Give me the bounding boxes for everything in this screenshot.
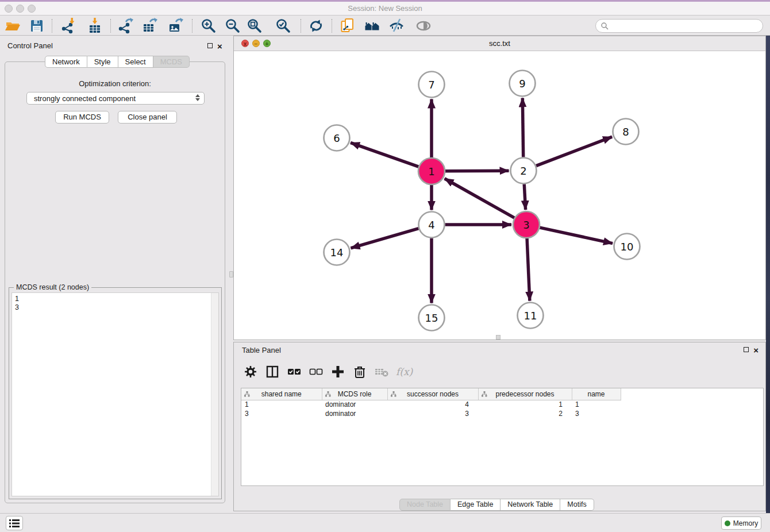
edge-3-1[interactable]	[445, 179, 514, 218]
node-label-3: 3	[523, 219, 529, 231]
tab-select[interactable]: Select	[118, 56, 153, 68]
node-label-15: 15	[425, 312, 438, 324]
tab-edge-table[interactable]: Edge Table	[451, 499, 500, 511]
column-label: predecessor nodes	[495, 390, 554, 398]
toolbar-separator	[110, 19, 111, 33]
deselect-all-icon[interactable]	[309, 364, 324, 379]
control-panel: Control Panel × NetworkStyleSelectMCDS O…	[0, 36, 230, 508]
edge-2-9[interactable]	[522, 98, 523, 157]
export-network-icon[interactable]	[117, 17, 134, 34]
column-header-predecessor-nodes[interactable]: predecessor nodes	[478, 388, 572, 400]
edge-2-8[interactable]	[536, 137, 612, 166]
zoom-in-icon[interactable]	[200, 17, 217, 34]
edge-2-3[interactable]	[524, 184, 525, 210]
run-mcds-button[interactable]: Run MCDS	[55, 111, 109, 124]
edge-1-2[interactable]	[445, 171, 509, 171]
mcds-result-list[interactable]: 13	[11, 292, 219, 496]
clone-network-icon[interactable]	[339, 17, 356, 34]
search-field[interactable]	[595, 19, 763, 33]
app-titlebar: Session: New Session	[0, 0, 770, 16]
criterion-select[interactable]: strongly connected component	[26, 92, 205, 105]
delete-table-icon[interactable]	[374, 364, 389, 379]
node-label-2: 2	[520, 165, 526, 177]
table-cell[interactable]: dominator	[322, 409, 387, 418]
table-panel: Table Panel × f(x) shared nameMCDS roles…	[233, 342, 766, 511]
import-network-icon[interactable]	[60, 17, 77, 34]
function-builder-icon[interactable]: f(x)	[396, 364, 413, 379]
splitter-grip[interactable]	[229, 271, 233, 277]
show-columns-icon[interactable]	[265, 364, 280, 379]
table-row: 1dominator411	[241, 400, 621, 409]
table-settings-gear-icon[interactable]	[243, 364, 258, 379]
table-cell[interactable]: 3	[572, 409, 621, 418]
table-cell[interactable]: 1	[241, 400, 322, 409]
node-label-10: 10	[621, 241, 634, 253]
table-toolbar: f(x)	[243, 362, 413, 381]
tab-network-table[interactable]: Network Table	[500, 499, 560, 511]
first-neighbors-icon[interactable]	[364, 17, 381, 34]
node-label-9: 9	[519, 78, 525, 90]
save-session-icon[interactable]	[28, 17, 45, 34]
select-stepper-icon	[195, 94, 200, 101]
export-table-icon[interactable]	[141, 17, 159, 34]
column-label: shared name	[261, 390, 302, 398]
close-panel-button[interactable]: Close panel	[118, 111, 177, 124]
tab-motifs[interactable]: Motifs	[560, 499, 594, 511]
export-image-icon[interactable]	[167, 17, 184, 34]
node-label-7: 7	[428, 79, 434, 91]
node-label-6: 6	[333, 132, 340, 144]
column-header-MCDS-role[interactable]: MCDS role	[322, 388, 387, 400]
column-header-name[interactable]: name	[572, 388, 621, 400]
result-scrollbar[interactable]	[211, 293, 218, 496]
network-window-title: scc.txt	[234, 39, 765, 48]
table-cell[interactable]: 1	[572, 400, 621, 409]
select-all-icon[interactable]	[287, 364, 302, 379]
control-panel-float-icon[interactable]	[207, 43, 213, 48]
table-panel-float-icon[interactable]	[744, 347, 749, 352]
table-cell[interactable]: 4	[387, 400, 478, 409]
delete-column-trash-icon[interactable]	[352, 364, 367, 379]
memory-button[interactable]: Memory	[721, 516, 761, 530]
table-cell[interactable]: 1	[478, 400, 572, 409]
search-input[interactable]	[609, 20, 763, 32]
mcds-tab-content: Optimization criterion: strongly connect…	[5, 61, 225, 503]
column-attribute-icon	[482, 391, 487, 397]
tab-node-table[interactable]: Node Table	[399, 499, 451, 511]
tab-network[interactable]: Network	[45, 56, 87, 68]
edge-3-11[interactable]	[527, 238, 530, 301]
show-details-icon[interactable]	[415, 17, 432, 34]
control-panel-title: Control Panel	[7, 41, 53, 50]
column-header-successor-nodes[interactable]: successor nodes	[387, 388, 478, 400]
control-panel-close-icon[interactable]: ×	[217, 43, 222, 50]
criterion-select-value: strongly connected component	[34, 94, 136, 103]
network-canvas[interactable]: 7968124314101511	[234, 51, 765, 340]
node-table[interactable]: shared nameMCDS rolesuccessor nodesprede…	[241, 388, 764, 486]
refresh-layout-icon[interactable]	[307, 17, 325, 34]
table-cell[interactable]: 3	[387, 409, 478, 418]
table-cell[interactable]: 2	[478, 409, 572, 418]
create-column-plus-icon[interactable]	[330, 364, 345, 379]
table-panel-close-icon[interactable]: ×	[753, 347, 759, 354]
tab-mcds[interactable]: MCDS	[153, 56, 190, 68]
edge-4-14[interactable]	[351, 229, 418, 248]
column-attribute-icon	[244, 391, 250, 397]
toolbar-separator	[52, 19, 52, 33]
table-cell[interactable]: 3	[241, 409, 322, 418]
canvas-grip[interactable]	[496, 335, 500, 340]
zoom-out-icon[interactable]	[224, 17, 241, 34]
zoom-fit-icon[interactable]	[246, 17, 263, 34]
hide-details-icon[interactable]	[388, 17, 405, 34]
table-cell[interactable]: dominator	[322, 400, 387, 409]
edge-1-6[interactable]	[351, 142, 418, 167]
zoom-selected-icon[interactable]	[275, 17, 292, 34]
node-label-11: 11	[524, 310, 537, 322]
toolbar-separator	[332, 19, 332, 33]
column-header-shared-name[interactable]: shared name	[241, 388, 322, 400]
memory-button-label: Memory	[733, 519, 758, 527]
open-session-icon[interactable]	[4, 17, 21, 34]
mcds-result-group: MCDS result (2 nodes) 13	[9, 287, 222, 499]
import-table-icon[interactable]	[87, 17, 104, 34]
tab-style[interactable]: Style	[87, 56, 118, 68]
edge-3-10[interactable]	[540, 228, 613, 243]
task-history-button[interactable]	[6, 516, 23, 530]
